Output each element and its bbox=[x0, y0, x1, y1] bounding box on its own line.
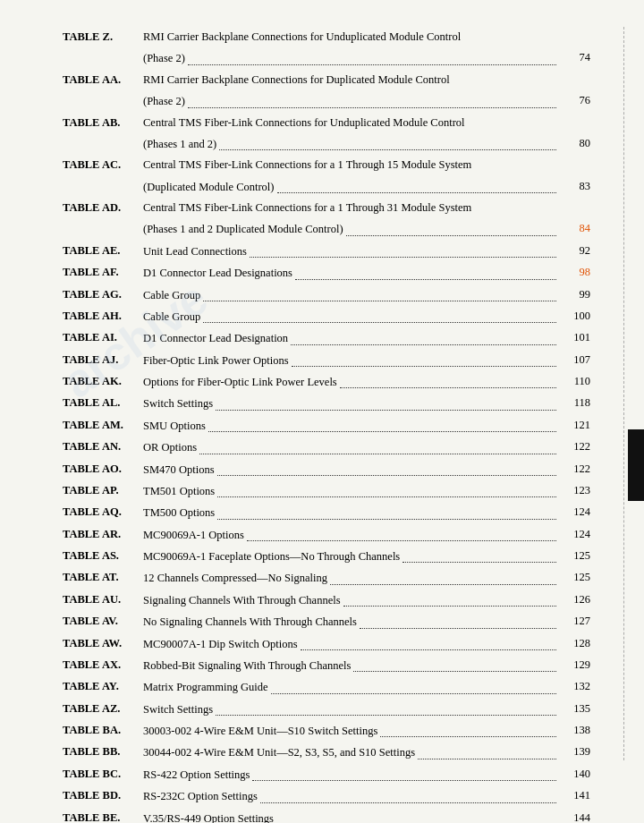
dot-leader bbox=[271, 675, 556, 693]
page-number: 83 bbox=[559, 176, 590, 198]
table-desc: SM470 Options bbox=[143, 459, 559, 480]
page-number: 129 bbox=[559, 655, 590, 676]
table-row: TABLE BA. 30003-002 4-Wire E&M Unit—S10 … bbox=[63, 720, 590, 742]
table-label: TABLE AT. bbox=[63, 567, 143, 589]
table-row: TABLE AC. Central TMS Fiber-Link Connect… bbox=[63, 155, 590, 175]
table-label: TABLE AH. bbox=[63, 306, 143, 327]
right-dashed-line bbox=[623, 27, 624, 760]
page-number: 74 bbox=[559, 47, 590, 69]
page-number: 140 bbox=[559, 764, 590, 785]
table-row: TABLE AK. Options for Fiber-Optic Link P… bbox=[63, 371, 590, 393]
dot-leader bbox=[217, 501, 556, 519]
table-row: TABLE AP. TM501 Options 123 bbox=[63, 480, 590, 502]
table-row: TABLE AA. RMI Carrier Backplane Connecti… bbox=[63, 70, 590, 90]
page-number: 101 bbox=[559, 327, 590, 349]
table-label: TABLE AP. bbox=[63, 480, 143, 502]
dot-leader bbox=[353, 654, 556, 672]
page-number: 76 bbox=[559, 90, 590, 112]
table-desc: TM501 Options bbox=[143, 480, 559, 502]
table-desc: MC90069A-1 Faceplate Options—No Through … bbox=[143, 546, 559, 567]
table-row: TABLE AM. SMU Options 121 bbox=[63, 415, 590, 437]
table-label-empty bbox=[63, 218, 143, 240]
page-number: 126 bbox=[559, 590, 590, 611]
desc-text: (Duplicated Module Control) bbox=[143, 179, 275, 196]
table-desc: 30044-002 4-Wire E&M Unit—S2, S3, S5, an… bbox=[143, 742, 559, 763]
desc-text: D1 Connector Lead Designations bbox=[143, 265, 292, 282]
dot-leader bbox=[203, 305, 556, 323]
table-row: TABLE AL. Switch Settings 118 bbox=[63, 393, 590, 414]
dot-leader bbox=[295, 261, 556, 279]
table-row-continuation: (Phases 1 and 2 Duplicated Module Contro… bbox=[63, 218, 590, 240]
table-row: TABLE AY. Matrix Programming Guide 132 bbox=[63, 676, 590, 698]
table-label-empty bbox=[63, 133, 143, 155]
page-number: 122 bbox=[559, 459, 590, 480]
dot-leader bbox=[219, 132, 556, 150]
page-number: 144 bbox=[559, 808, 590, 824]
toc-table: TABLE Z. RMI Carrier Backplane Connectio… bbox=[63, 27, 590, 823]
right-black-tab bbox=[628, 429, 644, 501]
desc-text: Cable Group bbox=[143, 287, 200, 304]
desc-text: Signaling Channels With Through Channels bbox=[143, 592, 341, 609]
table-label: TABLE AF. bbox=[63, 262, 143, 284]
table-desc: MC90069A-1 Options bbox=[143, 524, 559, 546]
desc-text: RS-422 Option Settings bbox=[143, 767, 250, 784]
table-desc: Switch Settings bbox=[143, 699, 559, 720]
table-row: TABLE BC. RS-422 Option Settings 140 bbox=[63, 764, 590, 785]
desc-text: MC90069A-1 Options bbox=[143, 527, 244, 544]
dot-leader bbox=[199, 436, 556, 454]
table-row: TABLE AO. SM470 Options 122 bbox=[63, 459, 590, 480]
table-label: TABLE AL. bbox=[63, 393, 143, 414]
dot-leader bbox=[340, 370, 556, 388]
table-desc-indent: (Phase 2) bbox=[143, 90, 559, 112]
dot-leader bbox=[217, 479, 556, 497]
table-row: TABLE AJ. Fiber-Optic Link Power Options… bbox=[63, 350, 590, 371]
table-label: TABLE AJ. bbox=[63, 350, 143, 371]
table-row-continuation: (Phase 2) 76 bbox=[63, 90, 590, 112]
page-number: 141 bbox=[559, 785, 590, 807]
dot-leader bbox=[418, 741, 556, 759]
dot-leader bbox=[301, 632, 556, 650]
desc-text: OR Options bbox=[143, 439, 197, 456]
dot-leader bbox=[346, 217, 556, 235]
table-desc: 12 Channels Compressed—No Signaling bbox=[143, 567, 559, 589]
table-row: TABLE AV. No Signaling Channels With Thr… bbox=[63, 611, 590, 632]
desc-text: Robbed-Bit Signaling With Through Channe… bbox=[143, 658, 351, 675]
desc-text: No Signaling Channels With Through Chann… bbox=[143, 614, 357, 631]
table-label: TABLE AR. bbox=[63, 524, 143, 546]
desc-text: Switch Settings bbox=[143, 395, 213, 412]
dot-leader bbox=[360, 610, 556, 628]
table-desc: Signaling Channels With Through Channels bbox=[143, 590, 559, 611]
page: archive TABLE Z. RMI Carrier Backplane C… bbox=[0, 0, 644, 823]
page-number: 125 bbox=[559, 567, 590, 589]
table-row-continuation: (Phases 1 and 2) 80 bbox=[63, 133, 590, 155]
table-row: TABLE AH. Cable Group 100 bbox=[63, 306, 590, 327]
table-row: TABLE AD. Central TMS Fiber-Link Connect… bbox=[63, 198, 590, 218]
table-row: TABLE BD. RS-232C Option Settings 141 bbox=[63, 785, 590, 807]
table-label: TABLE BC. bbox=[63, 764, 143, 785]
desc-text: MC90007A-1 Dip Switch Options bbox=[143, 636, 298, 653]
dot-leader bbox=[277, 175, 557, 193]
dot-leader bbox=[216, 698, 556, 716]
table-desc: Switch Settings bbox=[143, 393, 559, 414]
table-desc: Unit Lead Connections bbox=[143, 241, 559, 262]
table-desc: 30003-002 4-Wire E&M Unit—S10 Switch Set… bbox=[143, 720, 559, 742]
desc-text: TM500 Options bbox=[143, 505, 215, 522]
table-label-empty bbox=[63, 47, 143, 69]
page-number: 110 bbox=[559, 371, 590, 393]
table-row: TABLE AE. Unit Lead Connections 92 bbox=[63, 241, 590, 262]
desc-text: 30044-002 4-Wire E&M Unit—S2, S3, S5, an… bbox=[143, 744, 415, 761]
table-desc: V.35/RS-449 Option Settings bbox=[143, 808, 559, 824]
table-label: TABLE AM. bbox=[63, 415, 143, 437]
dot-leader bbox=[291, 327, 556, 344]
desc-text: TM501 Options bbox=[143, 483, 215, 500]
dot-leader bbox=[260, 785, 556, 802]
table-row: TABLE BE. V.35/RS-449 Option Settings 14… bbox=[63, 808, 590, 824]
desc-text: D1 Connector Lead Designation bbox=[143, 330, 288, 347]
page-number: 124 bbox=[559, 524, 590, 546]
table-desc: Central TMS Fiber-Link Connections for a… bbox=[143, 155, 590, 175]
table-label: TABLE AV. bbox=[63, 611, 143, 632]
table-label: TABLE AE. bbox=[63, 241, 143, 262]
table-row: TABLE AW. MC90007A-1 Dip Switch Options … bbox=[63, 633, 590, 655]
desc-text: Fiber-Optic Link Power Options bbox=[143, 352, 289, 369]
table-desc: D1 Connector Lead Designations bbox=[143, 262, 559, 284]
